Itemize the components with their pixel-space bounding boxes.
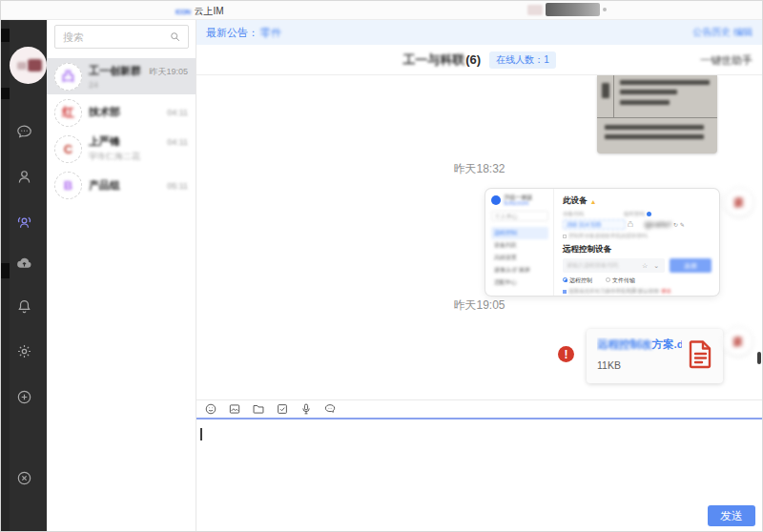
titlebar-dot [603,8,607,11]
radio-selected-icon [563,277,567,282]
conversation-item[interactable]: 红 技术部04:11 [47,94,196,131]
radio-remote-label: 远程控制 [569,277,592,283]
microphone-icon[interactable] [299,402,313,417]
send-failed-icon[interactable]: ! [558,346,574,362]
cloud-upload-icon[interactable] [14,253,33,272]
emoji-icon[interactable] [203,402,217,417]
task-icon[interactable] [275,402,289,417]
avatar-censored-blob [28,59,42,72]
dock-edge-notch [1,88,10,99]
remote-menu-item: 适配中心 [491,276,548,289]
conversation-time: 04:11 [167,108,188,117]
photo-table-line [613,75,614,117]
titlebar-blurred-item [527,5,543,15]
messages-icon[interactable] [14,122,33,141]
file-name[interactable]: 方案.docx [652,338,683,350]
announcement-label: 最新公告： [206,26,258,40]
app-title: 云上IM [195,5,224,18]
online-count-badge: 在线人数：1 [489,51,556,69]
remote-app-logo [491,195,501,205]
search-box [54,25,189,49]
screenshot-content: 此设备▲ 设备代码 临时密码 268 314 535 凸 Q1·b7s? ↻ ✎… [554,189,719,296]
close-session-icon[interactable] [14,468,33,487]
conversation-text: 技术部04:11 [89,105,188,121]
dock-edge [1,20,10,531]
notifications-icon[interactable] [14,297,33,316]
checkbox-icon [563,235,567,238]
chat-bubble-icon[interactable] [322,402,337,417]
sender-avatar[interactable]: 森 [723,326,753,357]
announcement-content[interactable]: 零件 [260,26,281,40]
dock-sidebar [1,20,47,531]
avatar-glyph: C [64,142,72,156]
announcement-bar: 最新公告： 零件 公告历史 编辑 [196,20,762,45]
conversation-list: 凸 工一创新群昨天19:05 24 红 技术部04:11 C [47,58,196,203]
conversation-text: 上严锋04:11 宇市仁海二花 [89,134,188,163]
photo-blur-text [605,125,704,130]
sender-avatar[interactable]: 森 [724,187,754,217]
conversation-text: 工一创新群昨天19:05 24 [89,64,188,90]
avatar-glyph: B [64,178,72,193]
conversation-time: 05:11 [167,181,188,191]
conversation-name: 上严锋 [89,134,120,149]
message-input[interactable] [196,418,762,497]
timestamp: 昨天19:05 [196,297,762,314]
screenshot-message[interactable]: 贝锐一体版 SUNLOGIN 个人中心 远程控制 设备列表 高级设置 摄像头/扩… [485,189,719,296]
photo-blur-text [620,80,710,85]
favorite-dropdown-icons: ☆ ⌄ [642,262,661,270]
chat-header: 工一与科联 (6) 在线人数：1 一键世助手 [196,45,762,75]
settings-icon[interactable] [14,341,33,360]
group-name: 工一与科联 [402,51,464,69]
add-icon[interactable] [14,387,33,406]
conversation-time: 昨天19:05 [149,66,188,78]
copy-icon: 凸 [628,220,633,229]
app-logo-icon: ICON [175,9,191,15]
device-code-value: 268 314 535 [563,219,626,230]
message-area: 昨天18:32 贝锐一体版 SUNLOGIN 个人中心 [196,75,762,399]
conversation-name: 工一创新群 [89,64,141,78]
remote-menu-item: 高级设置 [491,252,548,264]
user-avatar[interactable] [10,47,47,84]
warning-icon: ▲ [590,198,597,205]
scrollbar-thumb[interactable] [757,352,761,364]
file-name-censored: 远程控制改 [597,338,652,350]
remote-app-account: 个人中心 [491,211,548,221]
remote-menu-item: 远程控制 [491,227,548,239]
search-icon[interactable] [169,31,181,43]
contacts-icon[interactable] [14,167,33,186]
announcement-more-link[interactable]: 公告历史 编辑 [692,26,753,39]
composer-toolbar [196,399,762,418]
search-input[interactable] [55,26,165,48]
photo-message[interactable] [597,75,717,153]
dock-edge-notch [1,263,10,278]
file-icon[interactable] [251,402,265,417]
conversation-avatar: C [54,135,82,163]
conversation-text: 产品组05:11 [89,178,188,193]
photo-blur-text [605,134,704,139]
image-icon[interactable] [227,402,241,417]
password-label: 临时密码 [624,211,645,217]
conversation-item[interactable]: 凸 工一创新群昨天19:05 24 [47,58,196,94]
dock-edge-notch [1,29,10,42]
composer-footer: 发送 [196,497,762,531]
conversation-preview: 宇市仁海二花 [89,151,179,163]
remote-app-brand: 贝锐一体版 SUNLOGIN [504,194,532,206]
conversation-item[interactable]: C 上严锋04:11 宇市仁海二花 [47,131,196,167]
header-right-tool[interactable]: 一键世助手 [700,53,753,68]
conversation-name: 产品组 [89,178,120,193]
avatar-glyph: 红 [62,104,74,121]
file-message-card[interactable]: 远程控制改方案.docx 11KB [587,329,723,383]
conversation-list-panel: 凸 工一创新群昨天19:05 24 红 技术部04:11 C [47,20,196,531]
photo-blur-text [620,90,677,94]
send-button[interactable]: 发送 [708,505,755,526]
conversation-avatar: 凸 [54,63,82,91]
app-title-group: ICON 云上IM [175,5,224,18]
conversation-item[interactable]: B 产品组05:11 [47,167,196,203]
remote-app-menu: 远程控制 设备列表 高级设置 摄像头/扩展屏 适配中心 [491,227,548,289]
docx-file-icon [688,339,713,383]
this-device-title: 此设备 [563,195,588,207]
meeting-icon-active[interactable] [14,213,33,232]
chat-main: 最新公告： 零件 公告历史 编辑 工一与科联 (6) 在线人数：1 一键世助手 [196,20,762,531]
avatar-glyph: 凸 [62,68,74,85]
connect-button-image: 连接 [670,258,711,273]
